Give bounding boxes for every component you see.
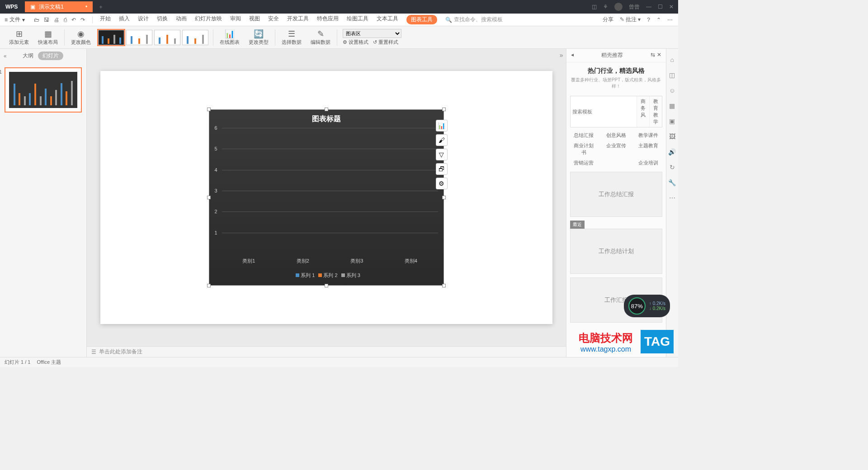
- chart-style-4[interactable]: [182, 30, 208, 45]
- ribbon-tab-11[interactable]: 绘图工具: [347, 15, 368, 24]
- ribbon-tab-0[interactable]: 开始: [100, 15, 111, 24]
- chart-elements-button[interactable]: 📊: [436, 120, 448, 132]
- collapse-panel-icon[interactable]: «: [4, 53, 7, 59]
- file-menu[interactable]: ≡ 文件 ▾: [0, 16, 29, 24]
- tag-3[interactable]: 商业计划书: [570, 141, 598, 157]
- ribbon-tab-6[interactable]: 审阅: [230, 15, 241, 24]
- ribbon-tab-2[interactable]: 设计: [138, 15, 149, 24]
- resize-handle[interactable]: [442, 108, 446, 111]
- redo-icon[interactable]: ↷: [80, 17, 85, 23]
- chart-style-2[interactable]: [126, 30, 152, 45]
- avatar[interactable]: [614, 3, 623, 11]
- chart-legend[interactable]: 系列 1系列 2系列 3: [209, 272, 443, 279]
- add-element-button[interactable]: ⊞添加元素: [5, 29, 33, 46]
- ribbon-tab-3[interactable]: 切换: [157, 15, 168, 24]
- user-icon[interactable]: ☺: [669, 87, 675, 94]
- ribbon-tab-9[interactable]: 开发工具: [287, 15, 309, 24]
- select-data-button[interactable]: ☰选择数据: [277, 29, 306, 46]
- ribbon-tab-10[interactable]: 特色应用: [317, 15, 339, 24]
- image-icon[interactable]: 🖼: [669, 133, 675, 140]
- tools-icon[interactable]: 🔧: [668, 179, 676, 186]
- command-search[interactable]: 🔍 查找命令、搜索模板: [445, 16, 503, 24]
- share-button[interactable]: 分享: [603, 16, 613, 24]
- tag-2[interactable]: 教学课件: [634, 131, 662, 140]
- template-search-input[interactable]: [571, 96, 637, 127]
- edit-data-button[interactable]: ✎编辑数据: [306, 29, 335, 46]
- tag-5[interactable]: 主题教育: [634, 141, 662, 157]
- print-preview-icon[interactable]: ⎙: [64, 17, 67, 23]
- tag-7[interactable]: 企业培训: [634, 159, 662, 167]
- more-icon[interactable]: ⋯: [667, 17, 673, 23]
- maximize-icon[interactable]: ☐: [658, 4, 663, 10]
- chart-plot-area[interactable]: 123456: [222, 128, 438, 254]
- resize-handle[interactable]: [207, 196, 211, 199]
- tag-1[interactable]: 创意风格: [602, 131, 630, 140]
- chart-object[interactable]: 图表标题 123456 类别1类别2类别3类别4 系列 1系列 2系列 3: [209, 109, 444, 286]
- layout-icon[interactable]: ▦: [669, 102, 675, 109]
- comment-button[interactable]: ✎ 批注 ▾: [620, 16, 641, 24]
- more-tools-icon[interactable]: ⋯: [669, 194, 675, 202]
- window-list-icon[interactable]: ◫: [592, 4, 597, 10]
- history-icon[interactable]: ↻: [670, 164, 675, 171]
- change-color-button[interactable]: ◉更改颜色: [66, 29, 95, 46]
- resize-handle[interactable]: [325, 108, 328, 111]
- resize-handle[interactable]: [442, 284, 446, 287]
- notes-bar[interactable]: ☰ 单击此处添加备注: [87, 346, 566, 357]
- chart-settings-button[interactable]: ⚙: [436, 178, 448, 189]
- audio-icon[interactable]: 🔊: [668, 148, 676, 155]
- ribbon-tab-7[interactable]: 视图: [249, 15, 260, 24]
- chart-area-select[interactable]: 图表区: [343, 29, 401, 38]
- chart-title[interactable]: 图表标题: [209, 110, 443, 126]
- resize-handle[interactable]: [207, 284, 211, 287]
- slides-tab[interactable]: 幻灯片: [38, 52, 63, 60]
- open-icon[interactable]: 🗁: [34, 17, 39, 23]
- outline-tab[interactable]: 大纲: [23, 52, 33, 60]
- new-tab-button[interactable]: ＋: [93, 3, 109, 11]
- chart-filter-button[interactable]: ▽: [436, 149, 448, 160]
- ribbon-tab-12[interactable]: 文本工具: [377, 15, 398, 24]
- save-icon[interactable]: 🖫: [44, 17, 49, 23]
- slide-canvas[interactable]: 图表标题 123456 类别1类别2类别3类别4 系列 1系列 2系列 3 📊 …: [100, 71, 552, 324]
- template-card-2[interactable]: 工作总结计划: [570, 229, 662, 274]
- ribbon-tab-13[interactable]: 图表工具: [406, 15, 437, 24]
- user-name[interactable]: 曾曾: [629, 3, 640, 11]
- chart-style-gallery[interactable]: [95, 30, 211, 45]
- close-icon[interactable]: ✕: [669, 4, 674, 10]
- help-icon[interactable]: ?: [647, 17, 650, 23]
- online-chart-button[interactable]: 📊在线图表: [215, 29, 244, 46]
- chart-link-button[interactable]: 🗗: [436, 163, 448, 175]
- expand-panel-icon[interactable]: »: [560, 52, 563, 59]
- collapse-right-panel-icon[interactable]: ◂: [571, 52, 574, 59]
- new-slide-icon[interactable]: ◫: [669, 71, 675, 79]
- template-card-1[interactable]: 工作总结汇报: [570, 172, 662, 217]
- undo-icon[interactable]: ↶: [71, 17, 76, 23]
- chart-style-1[interactable]: [98, 30, 124, 45]
- ribbon-tab-8[interactable]: 安全: [268, 15, 279, 24]
- print-icon[interactable]: 🖨: [54, 17, 59, 23]
- panel-menu-icon[interactable]: ⇆: [651, 52, 655, 58]
- chart-style-3[interactable]: [154, 30, 180, 45]
- slide-thumbnail-1[interactable]: 1: [5, 67, 82, 113]
- chart-styles-button[interactable]: 🖌: [436, 134, 448, 146]
- set-format-button[interactable]: ⚙ 设置格式: [343, 39, 368, 46]
- minimize-icon[interactable]: —: [646, 4, 651, 10]
- resize-handle[interactable]: [207, 108, 211, 111]
- panel-close-icon[interactable]: ✕: [657, 52, 661, 58]
- change-type-button[interactable]: 🔄更改类型: [244, 29, 273, 46]
- ribbon-tab-1[interactable]: 插入: [119, 15, 130, 24]
- media-icon[interactable]: ▣: [669, 118, 675, 125]
- ribbon-tab-5[interactable]: 幻灯片放映: [195, 15, 222, 24]
- resize-handle[interactable]: [442, 196, 446, 199]
- document-tab[interactable]: ▣ 演示文稿1 •: [25, 1, 93, 12]
- reset-style-button[interactable]: ↺ 重置样式: [373, 39, 398, 46]
- home-icon[interactable]: ⌂: [670, 56, 674, 63]
- filter-education[interactable]: 教育教学: [649, 96, 662, 127]
- tag-6[interactable]: 营销运营: [570, 159, 598, 167]
- ribbon-tab-4[interactable]: 动画: [176, 15, 187, 24]
- gift-icon[interactable]: ⚘: [603, 4, 608, 10]
- tag-4[interactable]: 企业宣传: [602, 141, 630, 157]
- collapse-ribbon-icon[interactable]: ⌃: [656, 17, 661, 23]
- tag-0[interactable]: 总结汇报: [570, 131, 598, 140]
- network-speed-widget[interactable]: 87% ↑ 0.2K/s ↓ 0.2K/s: [624, 295, 670, 317]
- quick-layout-button[interactable]: ▦快速布局: [33, 29, 62, 46]
